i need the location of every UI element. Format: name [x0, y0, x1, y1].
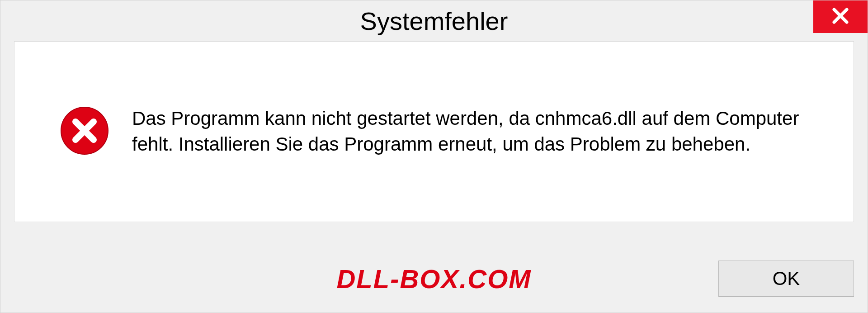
content-panel: Das Programm kann nicht gestartet werden… — [14, 41, 854, 222]
close-button[interactable] — [813, 0, 868, 33]
ok-button[interactable]: OK — [718, 261, 854, 297]
error-message: Das Programm kann nicht gestartet werden… — [132, 106, 831, 157]
dialog-title: Systemfehler — [360, 6, 508, 36]
close-icon — [831, 7, 849, 27]
footer: DLL-BOX.COM OK — [14, 256, 854, 301]
watermark-text: DLL-BOX.COM — [336, 264, 531, 294]
titlebar: Systemfehler — [0, 0, 868, 41]
error-icon — [60, 106, 109, 157]
